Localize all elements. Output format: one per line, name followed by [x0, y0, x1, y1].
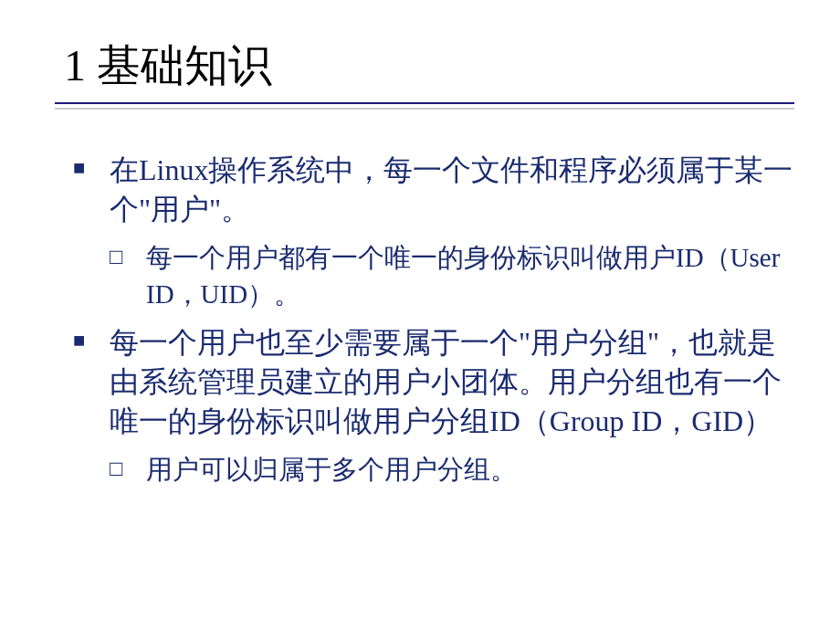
content-list: 在Linux操作系统中，每一个文件和程序必须属于某一个"用户"。 每一个用户都有…: [55, 151, 794, 488]
bullet-item-1: 在Linux操作系统中，每一个文件和程序必须属于某一个"用户"。: [73, 151, 794, 229]
sub-list-1: 每一个用户都有一个唯一的身份标识叫做用户ID（User ID，UID）。: [73, 240, 794, 311]
title-underline: [55, 102, 794, 104]
title-underline-shadow: [55, 108, 794, 110]
sub-item-2: 用户可以归属于多个用户分组。: [110, 452, 794, 488]
sub-item-1: 每一个用户都有一个唯一的身份标识叫做用户ID（User ID，UID）。: [110, 240, 794, 311]
bullet-item-2: 每一个用户也至少需要属于一个"用户分组"，也就是由系统管理员建立的用户小团体。用…: [73, 323, 794, 442]
sub-list-2: 用户可以归属于多个用户分组。: [73, 452, 794, 488]
slide-title: 1 基础知识: [64, 37, 794, 95]
